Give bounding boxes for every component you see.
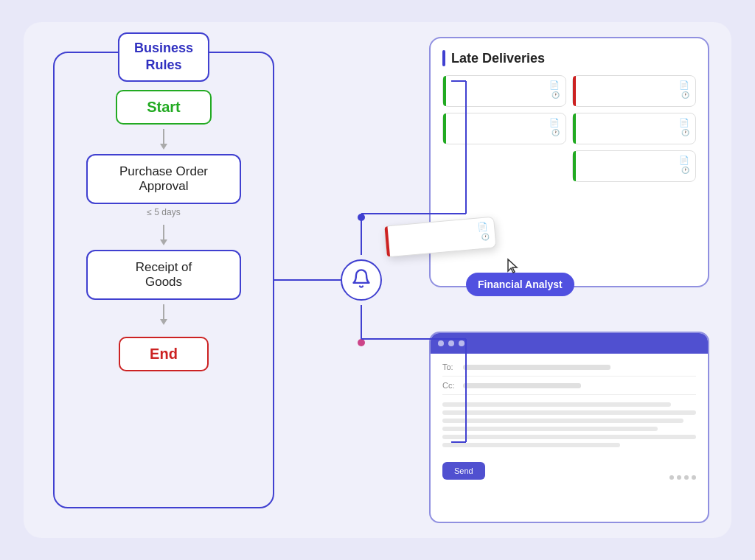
- email-to-value: [463, 365, 610, 370]
- green-bar-3: [443, 113, 446, 144]
- email-content-lines: [442, 402, 696, 447]
- days-label: ≤ 5 days: [147, 207, 180, 217]
- green-bar-1: [443, 76, 446, 106]
- arrow-3: [160, 304, 167, 325]
- delivery-cards-grid: 📄 🕐 📄: [442, 75, 696, 182]
- bell-circle[interactable]: [341, 259, 382, 301]
- card-icon-2: 📄 🕐: [679, 80, 689, 99]
- title-bar: [442, 50, 445, 66]
- green-bar-4: [573, 113, 576, 144]
- card-icon-1: 📄 🕐: [549, 80, 560, 99]
- card-icon-4: 📄 🕐: [679, 118, 689, 136]
- email-dot-sm-4: [692, 475, 696, 480]
- email-cc-row: Cc:: [442, 381, 696, 395]
- email-dot-3: [459, 340, 465, 346]
- email-header: [431, 333, 708, 354]
- email-bottom-row: Send: [442, 456, 696, 480]
- email-dot-sm-2: [677, 475, 681, 480]
- cursor-icon: [507, 258, 521, 279]
- end-button: End: [119, 337, 209, 371]
- email-panel: To: Cc: Send: [429, 332, 709, 523]
- business-rules-label: Business Rules: [118, 32, 209, 82]
- email-dot-1: [438, 340, 444, 346]
- delivery-card-2: 📄 🕐: [572, 75, 696, 107]
- purchase-order-node: Purchase Order Approval: [86, 154, 241, 204]
- flow-content: Start Purchase Order Approval ≤ 5 days: [69, 90, 258, 371]
- green-bar-6: [573, 151, 576, 181]
- delivery-card-4: 📄 🕐: [572, 113, 696, 144]
- connector-dot-bottom: [358, 339, 365, 346]
- floating-card-red-bar: [384, 226, 390, 256]
- email-cc-value: [463, 383, 581, 388]
- late-deliveries-title: Late Deliveries: [442, 50, 696, 66]
- start-button: Start: [116, 90, 212, 125]
- email-dot-sm-3: [684, 475, 689, 480]
- email-body: To: Cc: Send: [431, 354, 708, 489]
- bell-icon: [351, 268, 372, 292]
- email-send-button[interactable]: Send: [442, 462, 485, 480]
- delivery-card-6: 📄 🕐: [572, 150, 696, 182]
- arrow-2: [160, 225, 167, 245]
- card-icon-3: 📄 🕐: [549, 118, 560, 136]
- delivery-card-1: 📄 🕐: [442, 75, 566, 107]
- email-dots-right: [669, 475, 696, 480]
- card-icon-6: 📄 🕐: [679, 155, 689, 174]
- connector-dot-top: [358, 214, 365, 221]
- receipt-node: Receipt of Goods: [86, 250, 241, 300]
- arrow-1: [160, 129, 167, 150]
- flow-panel: Business Rules Start Purchase Order Appr…: [53, 52, 274, 508]
- email-dot-2: [448, 340, 454, 346]
- red-bar-2: [573, 76, 576, 106]
- main-container: Business Rules Start Purchase Order Appr…: [24, 22, 731, 538]
- delivery-card-3: 📄 🕐: [442, 113, 566, 144]
- floating-card-icon: 📄 🕐: [478, 222, 490, 241]
- email-to-row: To:: [442, 363, 696, 377]
- email-dot-sm-1: [669, 475, 674, 480]
